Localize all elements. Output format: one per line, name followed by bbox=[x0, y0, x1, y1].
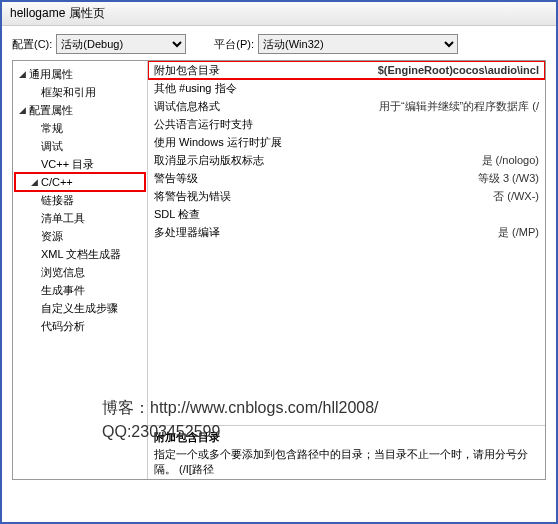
tree-item-label: VC++ 目录 bbox=[41, 157, 94, 172]
property-row-5[interactable]: 取消显示启动版权标志是 (/nologo) bbox=[148, 151, 545, 169]
tree-item-label: 资源 bbox=[41, 229, 63, 244]
property-value: $(EngineRoot)cocos\audio\incl bbox=[298, 64, 545, 76]
property-key: 使用 Windows 运行时扩展 bbox=[148, 135, 298, 150]
tree-item-13[interactable]: 自定义生成步骤 bbox=[15, 299, 145, 317]
caret-down-icon: ◢ bbox=[19, 69, 29, 79]
property-value: 等级 3 (/W3) bbox=[298, 171, 545, 186]
property-key: 公共语言运行时支持 bbox=[148, 117, 298, 132]
tree-item-10[interactable]: XML 文档生成器 bbox=[15, 245, 145, 263]
tree-item-11[interactable]: 浏览信息 bbox=[15, 263, 145, 281]
tree-item-8[interactable]: 清单工具 bbox=[15, 209, 145, 227]
window-title: hellogame 属性页 bbox=[2, 2, 556, 26]
property-row-0[interactable]: 附加包含目录$(EngineRoot)cocos\audio\incl bbox=[148, 61, 545, 79]
platform-label: 平台(P): bbox=[214, 37, 254, 52]
tree-item-4[interactable]: 调试 bbox=[15, 137, 145, 155]
property-value: 是 (/MP) bbox=[298, 225, 545, 240]
config-row: 配置(C): 活动(Debug) 平台(P): 活动(Win32) bbox=[12, 34, 546, 54]
property-key: 调试信息格式 bbox=[148, 99, 298, 114]
tree-item-label: 生成事件 bbox=[41, 283, 85, 298]
property-key: 其他 #using 指令 bbox=[148, 81, 298, 96]
property-row-4[interactable]: 使用 Windows 运行时扩展 bbox=[148, 133, 545, 151]
property-value: 用于“编辑并继续”的程序数据库 (/ bbox=[298, 99, 545, 114]
property-key: 取消显示启动版权标志 bbox=[148, 153, 298, 168]
platform-select[interactable]: 活动(Win32) bbox=[258, 34, 458, 54]
tree-item-label: 通用属性 bbox=[29, 67, 73, 82]
property-row-1[interactable]: 其他 #using 指令 bbox=[148, 79, 545, 97]
config-label: 配置(C): bbox=[12, 37, 52, 52]
tree-item-14[interactable]: 代码分析 bbox=[15, 317, 145, 335]
tree-item-label: 调试 bbox=[41, 139, 63, 154]
tree-item-5[interactable]: VC++ 目录 bbox=[15, 155, 145, 173]
tree-item-label: XML 文档生成器 bbox=[41, 247, 121, 262]
tree-item-9[interactable]: 资源 bbox=[15, 227, 145, 245]
tree-item-label: 浏览信息 bbox=[41, 265, 85, 280]
property-row-8[interactable]: SDL 检查 bbox=[148, 205, 545, 223]
property-key: 附加包含目录 bbox=[148, 63, 298, 78]
tree-item-6[interactable]: ◢C/C++ bbox=[15, 173, 145, 191]
description-text: 指定一个或多个要添加到包含路径中的目录；当目录不止一个时，请用分号分隔。 (/I… bbox=[154, 447, 539, 477]
property-key: SDL 检查 bbox=[148, 207, 298, 222]
property-key: 警告等级 bbox=[148, 171, 298, 186]
watermark-qq: QQ:2303452599 bbox=[102, 420, 379, 444]
tree-item-label: 清单工具 bbox=[41, 211, 85, 226]
property-grid[interactable]: 附加包含目录$(EngineRoot)cocos\audio\incl其他 #u… bbox=[148, 61, 545, 425]
tree-item-2[interactable]: ◢配置属性 bbox=[15, 101, 145, 119]
property-row-6[interactable]: 警告等级等级 3 (/W3) bbox=[148, 169, 545, 187]
tree-item-0[interactable]: ◢通用属性 bbox=[15, 65, 145, 83]
caret-down-icon: ◢ bbox=[31, 177, 41, 187]
property-row-2[interactable]: 调试信息格式用于“编辑并继续”的程序数据库 (/ bbox=[148, 97, 545, 115]
tree-item-12[interactable]: 生成事件 bbox=[15, 281, 145, 299]
tree-item-3[interactable]: 常规 bbox=[15, 119, 145, 137]
property-row-9[interactable]: 多处理器编译是 (/MP) bbox=[148, 223, 545, 241]
tree-item-label: 配置属性 bbox=[29, 103, 73, 118]
caret-down-icon: ◢ bbox=[19, 105, 29, 115]
tree-item-label: 链接器 bbox=[41, 193, 74, 208]
tree-item-label: 常规 bbox=[41, 121, 63, 136]
watermark-blog: 博客：http://www.cnblogs.com/hll2008/ bbox=[102, 396, 379, 420]
property-row-7[interactable]: 将警告视为错误否 (/WX-) bbox=[148, 187, 545, 205]
property-row-3[interactable]: 公共语言运行时支持 bbox=[148, 115, 545, 133]
tree-item-1[interactable]: 框架和引用 bbox=[15, 83, 145, 101]
property-key: 将警告视为错误 bbox=[148, 189, 298, 204]
watermark-overlay: 博客：http://www.cnblogs.com/hll2008/ QQ:23… bbox=[102, 396, 379, 444]
property-key: 多处理器编译 bbox=[148, 225, 298, 240]
property-value: 是 (/nologo) bbox=[298, 153, 545, 168]
tree-item-label: 代码分析 bbox=[41, 319, 85, 334]
config-select[interactable]: 活动(Debug) bbox=[56, 34, 186, 54]
tree-item-label: C/C++ bbox=[41, 176, 73, 188]
tree-item-label: 框架和引用 bbox=[41, 85, 96, 100]
tree-item-label: 自定义生成步骤 bbox=[41, 301, 118, 316]
property-pages-dialog: hellogame 属性页 配置(C): 活动(Debug) 平台(P): 活动… bbox=[0, 0, 558, 524]
property-value: 否 (/WX-) bbox=[298, 189, 545, 204]
tree-item-7[interactable]: 链接器 bbox=[15, 191, 145, 209]
